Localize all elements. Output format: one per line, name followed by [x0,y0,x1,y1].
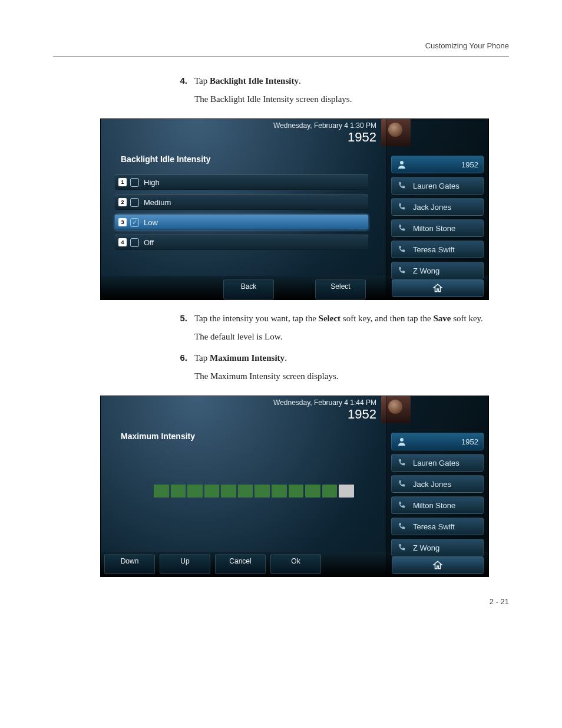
side-contact[interactable]: Jack Jones [391,475,484,493]
checkbox-checked-icon: ✓ [130,218,139,227]
side-contact[interactable]: Milton Stone [391,496,484,514]
phone-icon [396,521,407,532]
side-contact[interactable]: Teresa Swift [391,241,484,258]
phone-screen-backlight: Wednesday, February 4 1:30 PM 1952 Backl… [100,118,489,300]
select-button[interactable]: Select [315,279,366,299]
side-contact[interactable]: Lauren Gates [391,177,484,195]
ok-button[interactable]: Ok [270,554,321,574]
slider-segment-empty [339,485,354,498]
side-contact[interactable]: Milton Stone [391,219,484,237]
slider-segment [204,485,220,498]
slider-segment [254,485,270,498]
option-label: Low [144,218,158,227]
status-extension: 1952 [348,130,376,145]
step-number: 6. [171,351,187,387]
side-contact[interactable]: Z Wong [391,539,484,556]
option-off[interactable]: 4 Off [115,235,368,250]
screen-title: Maximum Intensity [121,431,195,441]
step-number: 5. [171,312,187,348]
slider-segment [171,485,186,498]
step-4-tail: . [299,76,301,85]
option-index: 1 [118,178,127,186]
option-medium[interactable]: 2 Medium [115,195,368,210]
slider-segment [322,485,338,498]
person-icon [396,436,407,447]
intensity-option-list: 1 High 2 Medium 3 ✓ Low 4 Off [115,174,368,255]
phone-icon [396,223,407,233]
slider-segment [154,485,169,498]
step-5-text-b: soft key, and then tap the [340,314,433,323]
page-header-section: Customizing Your Phone [53,41,509,56]
side-contact[interactable]: Lauren Gates [391,454,484,472]
home-icon [432,560,443,571]
page-number: 2 - 21 [53,597,509,606]
checkbox-icon [130,178,139,187]
side-contact-label: Z Wong [413,266,439,275]
step-6-sub: The Maximum Intensity screen displays. [194,370,339,383]
side-extension[interactable]: 1952 [391,433,484,450]
slider-segment [289,485,304,498]
step-6-lead: Tap [194,353,210,363]
side-extension-label: 1952 [413,160,478,169]
home-button[interactable] [392,279,484,297]
status-datetime: Wednesday, February 4 1:30 PM [101,121,382,130]
slider-segment [221,485,236,498]
step-5-bold-2: Save [433,314,451,323]
step-5-sub: The default level is Low. [194,330,483,344]
option-index: 4 [118,238,127,246]
home-icon [432,283,443,294]
option-label: Medium [144,198,171,207]
down-button[interactable]: Down [104,554,155,574]
side-contact-label: Z Wong [413,543,439,552]
phone-icon [396,542,407,553]
option-low[interactable]: 3 ✓ Low [115,215,368,230]
checkbox-icon [130,238,139,247]
side-contact[interactable]: Jack Jones [391,198,484,216]
step-4-bold: Backlight Idle Intensity [210,76,299,85]
screen-title: Backlight Idle Intensity [121,154,210,164]
step-6-tail: . [285,353,287,363]
home-button[interactable] [392,556,484,574]
step-4-sub: The Backlight Idle Intensity screen disp… [194,93,352,106]
step-number: 4. [171,74,187,110]
phone-icon [396,457,407,468]
side-contact-label: Milton Stone [413,501,455,510]
up-button[interactable]: Up [160,554,210,574]
header-rule [53,56,509,57]
side-contact-label: Jack Jones [413,480,451,489]
step-6-bold: Maximum Intensity [210,353,285,363]
option-label: Off [144,238,154,247]
slider-segment [305,485,320,498]
svg-point-1 [400,438,404,442]
side-extension[interactable]: 1952 [391,156,484,173]
slider-segment [238,485,253,498]
checkbox-icon [130,198,139,207]
option-high[interactable]: 1 High [115,174,368,190]
side-contact[interactable]: Teresa Swift [391,518,484,535]
step-4: 4. Tap Backlight Idle Intensity. The Bac… [171,74,509,110]
step-5-bold-1: Select [319,314,340,323]
status-datetime: Wednesday, February 4 1:44 PM [101,398,382,407]
cancel-button[interactable]: Cancel [215,554,266,574]
step-5-text-a: Tap the intensity you want, tap the [194,314,319,323]
option-index: 2 [118,198,127,206]
phone-icon [396,244,407,255]
step-5: 5. Tap the intensity you want, tap the S… [171,312,509,348]
side-column: 1952 Lauren Gates Jack Jones [386,396,488,577]
side-contact-label: Jack Jones [413,203,451,212]
person-icon [396,159,407,170]
phone-icon [396,479,407,489]
status-extension: 1952 [348,407,376,422]
back-button[interactable]: Back [223,279,274,299]
phone-icon [396,500,407,510]
side-contact-label: Lauren Gates [413,459,459,467]
option-index: 3 [118,218,127,226]
side-column: 1952 Lauren Gates Jack Jones [386,119,488,299]
side-contact[interactable]: Z Wong [391,262,484,279]
phone-icon [396,265,407,276]
phone-icon [396,202,407,212]
option-label: High [144,178,160,187]
intensity-slider[interactable] [154,485,354,498]
svg-point-0 [400,161,404,164]
side-extension-label: 1952 [413,437,478,446]
